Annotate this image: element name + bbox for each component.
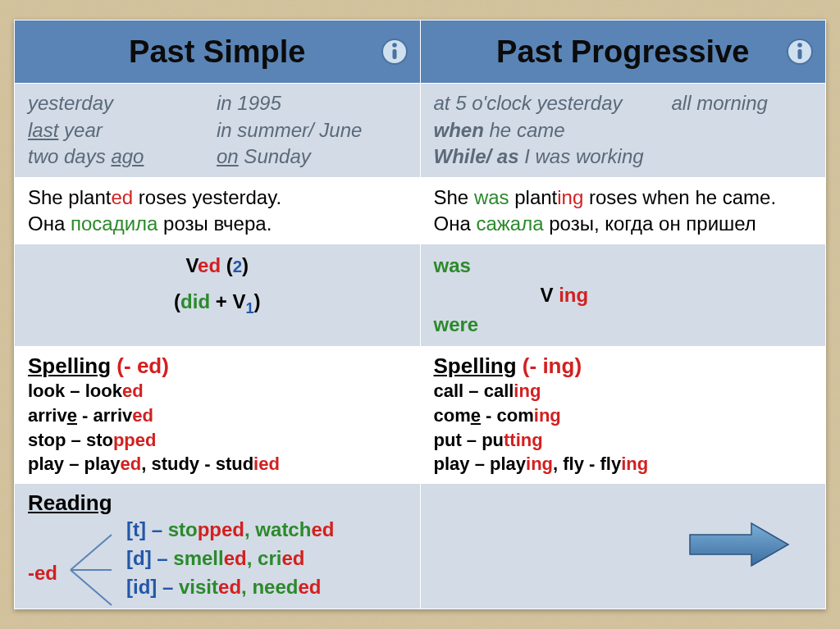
ex-text: She plant [28, 186, 111, 208]
info-icon[interactable] [786, 38, 814, 66]
formula-aux: were [434, 310, 813, 340]
reading-sound: [t] – [126, 518, 168, 540]
info-icon[interactable] [381, 38, 409, 66]
spelling-text: , fly - fly [553, 454, 621, 474]
spelling-suffix: ing [516, 430, 543, 450]
spelling-left: Spelling (- ed) look – looked arrive - a… [15, 347, 421, 484]
spelling-text: stop – sto [28, 430, 113, 450]
reading-suffix: pp [198, 518, 221, 540]
reading-word: visit [179, 576, 218, 598]
marker-text: on [217, 145, 239, 167]
reading-ed-label: -ed [28, 562, 57, 585]
formula-suffix: ed [198, 254, 221, 276]
spelling-right: Spelling (- ing) call – calling come - c… [420, 347, 826, 484]
marker-text: at 5 o'clock yesterday [434, 90, 672, 116]
reading-word: cri [258, 547, 281, 569]
reading-word: watch [255, 518, 311, 540]
spelling-text: com [434, 405, 471, 426]
svg-point-2 [392, 43, 397, 48]
ex-text: розы, когда он пришел [544, 212, 756, 235]
ex-suffix: ed [111, 186, 133, 208]
formula-suffix: ing [559, 284, 588, 306]
svg-rect-4 [798, 49, 802, 59]
formula-text: ( [174, 290, 180, 312]
formula-right: was V ing were [420, 244, 826, 347]
ex-text: She [434, 186, 474, 208]
marker-text: I was working [519, 145, 644, 167]
formula-text: + V [210, 290, 245, 312]
reading-sound: [id] – [126, 576, 179, 598]
ex-text: Она [28, 212, 71, 235]
spelling-text: arriv [28, 405, 67, 426]
reading-suffix: ed [311, 518, 334, 540]
formula-text: V [541, 284, 559, 306]
reading-sound: [d] – [126, 547, 173, 569]
reading-suffix: ed [218, 576, 241, 598]
header-left-text: Past Simple [129, 34, 305, 69]
spelling-suffix: ing [514, 381, 541, 401]
reading-word: sto [168, 518, 198, 540]
reading-suffix: ed [281, 547, 304, 569]
marker-text: two days [28, 145, 111, 167]
reading-text: , [244, 518, 255, 540]
spelling-suffix: ed [122, 381, 144, 401]
formula-left: Ved (2) (did + V1) [15, 244, 421, 347]
ex-text: Она [434, 212, 477, 235]
reading-suffix: ed [221, 518, 244, 540]
reading-word: need [252, 576, 298, 598]
spelling-suffix: (- ed) [111, 353, 169, 378]
spelling-text: , study - stud [141, 454, 253, 474]
ex-text: roses when he came. [583, 186, 776, 208]
spelling-title: Spelling [434, 353, 517, 378]
formula-aux: was [434, 251, 813, 280]
reading-text: , [241, 576, 252, 598]
marker-text: ago [111, 145, 144, 167]
formula-aux: did [180, 290, 210, 312]
marker-text: all morning [672, 92, 768, 114]
marker-text: yesterday [28, 90, 217, 116]
next-arrow-icon[interactable] [686, 520, 792, 572]
spelling-text: e [471, 405, 481, 426]
svg-point-5 [797, 43, 802, 48]
svg-rect-1 [392, 49, 396, 59]
spelling-text: play – play [28, 454, 121, 474]
header-right-text: Past Progressive [496, 34, 749, 69]
reading-suffix: ed [298, 576, 321, 598]
spelling-suffix: ed [121, 454, 142, 474]
ex-verb: посадила [71, 212, 158, 235]
reading-text: , [247, 547, 258, 569]
grammar-table: Past Simple Past Progressive yesterdayin… [14, 20, 826, 608]
markers-left: yesterdayin 1995 last yearin summer/ Jun… [15, 84, 421, 177]
marker-text: While/ as [434, 145, 519, 167]
spelling-suffix: (- ing) [517, 353, 582, 378]
spelling-suffix: ing [534, 405, 561, 426]
header-right: Past Progressive [420, 21, 826, 84]
spelling-text: - arriv [77, 405, 132, 426]
spelling-text: play – play [434, 454, 527, 474]
spelling-suffix: ied [253, 454, 280, 474]
spelling-title: Spelling [28, 353, 111, 378]
formula-text: V [185, 254, 198, 276]
spelling-suffix: ing [526, 454, 553, 474]
marker-text: Sunday [239, 145, 311, 167]
markers-right: at 5 o'clock yesterdayall morning when h… [420, 84, 826, 177]
fork-icon [64, 525, 121, 615]
reading-title: Reading [28, 490, 407, 516]
marker-text: when [434, 119, 484, 141]
marker-text: in summer/ June [217, 119, 362, 141]
formula-text: ) [242, 254, 249, 276]
marker-text: he came [484, 119, 565, 141]
spelling-text: e [67, 405, 77, 426]
spelling-suffix: ing [621, 454, 648, 474]
formula-text: ) [253, 290, 260, 312]
spelling-suffix: ed [135, 430, 157, 450]
ex-suffix: ing [557, 186, 583, 208]
spelling-suffix: tt [504, 430, 516, 450]
svg-line-6 [71, 535, 112, 570]
reading-word: smell [173, 547, 223, 569]
svg-line-8 [71, 570, 112, 605]
spelling-suffix: pp [113, 430, 135, 450]
header-left: Past Simple [15, 21, 421, 84]
ex-text: plant [509, 186, 558, 208]
formula-text: ( [221, 254, 233, 276]
